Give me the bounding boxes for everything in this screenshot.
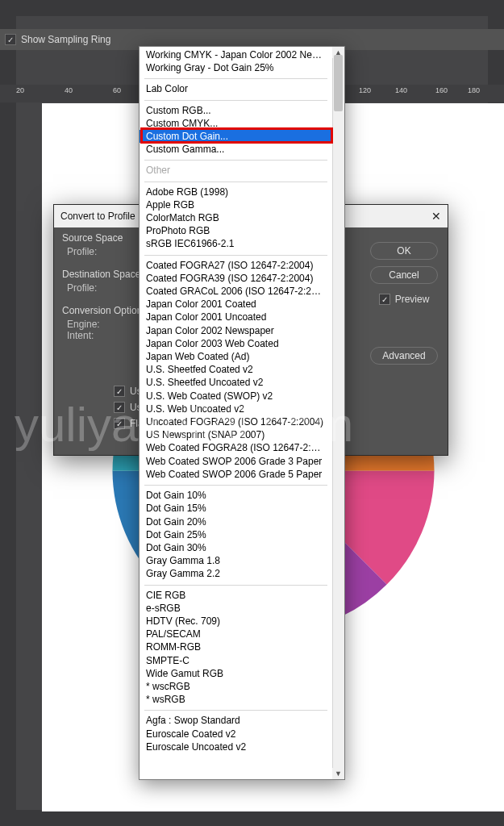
- dropdown-item[interactable]: Web Coated SWOP 2006 Grade 5 Paper: [140, 468, 332, 481]
- dropdown-separator: [140, 177, 332, 186]
- dropdown-item: Other: [140, 164, 332, 177]
- dropdown-separator: [140, 706, 332, 714]
- dropdown-item[interactable]: Coated GRACoL 2006 (ISO 12647-2:2004): [140, 285, 332, 298]
- dialog-title: Convert to Profile: [60, 211, 135, 222]
- ruler-tick: 20: [16, 86, 24, 94]
- dropdown-item[interactable]: Working CMYK - Japan Color 2002 Newspape…: [140, 48, 332, 61]
- ruler-tick: 120: [359, 86, 371, 94]
- dropdown-item[interactable]: Uncoated FOGRA29 (ISO 12647-2:2004): [140, 415, 332, 428]
- dropdown-item[interactable]: Coated FOGRA39 (ISO 12647-2:2004): [140, 272, 332, 285]
- dropdown-item[interactable]: Lab Color: [140, 82, 332, 95]
- dropdown-item[interactable]: Japan Web Coated (Ad): [140, 350, 332, 363]
- dropdown-item[interactable]: Japan Color 2001 Coated: [140, 298, 332, 311]
- advanced-button[interactable]: Advanced: [370, 347, 438, 365]
- scrollbar-thumb[interactable]: [334, 55, 343, 111]
- profile-dropdown-list[interactable]: Working CMYK - Japan Color 2002 Newspape…: [139, 46, 345, 780]
- dropdown-item[interactable]: ROMM-RGB: [140, 640, 332, 653]
- dropdown-item[interactable]: US Newsprint (SNAP 2007): [140, 428, 332, 441]
- dropdown-item[interactable]: Coated FOGRA27 (ISO 12647-2:2004): [140, 259, 332, 272]
- dropdown-item[interactable]: Dot Gain 10%: [140, 489, 332, 502]
- dropdown-item[interactable]: Japan Color 2002 Newspaper: [140, 324, 332, 337]
- ruler-tick: 60: [113, 86, 121, 94]
- dropdown-separator: [140, 581, 332, 589]
- dropdown-item[interactable]: U.S. Web Uncoated v2: [140, 403, 332, 415]
- dropdown-item[interactable]: e-sRGB: [140, 602, 332, 615]
- dropdown-separator: [140, 96, 332, 104]
- dropdown-separator: [140, 481, 332, 489]
- dropdown-item[interactable]: Custom CMYK...: [140, 117, 332, 130]
- checkbox-use-dither[interactable]: ✓: [114, 402, 125, 413]
- dropdown-item[interactable]: Dot Gain 30%: [140, 541, 332, 554]
- dropdown-item[interactable]: Euroscale Uncoated v2: [140, 740, 332, 753]
- dropdown-item[interactable]: Working Gray - Dot Gain 25%: [140, 61, 332, 74]
- dropdown-item[interactable]: CIE RGB: [140, 589, 332, 602]
- dropdown-item[interactable]: U.S. Sheetfed Uncoated v2: [140, 376, 332, 389]
- dropdown-item[interactable]: Dot Gain 15%: [140, 502, 332, 515]
- close-icon[interactable]: ✕: [431, 210, 441, 223]
- checkbox-flatten[interactable]: ✓: [114, 418, 125, 429]
- dropdown-item[interactable]: * wscRGB: [140, 680, 332, 693]
- dropdown-item[interactable]: Custom Dot Gain...: [140, 130, 332, 143]
- ruler-tick: 160: [435, 86, 448, 94]
- dropdown-separator: [140, 251, 332, 259]
- dropdown-item[interactable]: HDTV (Rec. 709): [140, 615, 332, 628]
- dropdown-item[interactable]: Agfa : Swop Standard: [140, 714, 332, 727]
- checkbox-preview[interactable]: ✓: [379, 294, 390, 305]
- checkbox-show-sampling-ring[interactable]: ✓: [5, 34, 16, 45]
- dropdown-item[interactable]: ProPhoto RGB: [140, 224, 332, 237]
- ok-button[interactable]: OK: [370, 242, 438, 260]
- dropdown-item[interactable]: SMPTE-C: [140, 654, 332, 667]
- cancel-button[interactable]: Cancel: [370, 266, 438, 284]
- dropdown-separator: [140, 156, 332, 164]
- dropdown-item[interactable]: Custom Gamma...: [140, 143, 332, 156]
- dropdown-item[interactable]: Custom RGB...: [140, 104, 332, 117]
- scrollbar-track[interactable]: ▲ ▼: [332, 47, 344, 779]
- preview-label: Preview: [395, 294, 430, 305]
- dropdown-item[interactable]: PAL/SECAM: [140, 628, 332, 640]
- dropdown-item[interactable]: Japan Color 2001 Uncoated: [140, 311, 332, 323]
- dropdown-item[interactable]: Gray Gamma 1.8: [140, 554, 332, 567]
- dropdown-separator: [140, 74, 332, 82]
- dropdown-item[interactable]: Japan Color 2003 Web Coated: [140, 337, 332, 350]
- dropdown-item[interactable]: Web Coated SWOP 2006 Grade 3 Paper: [140, 455, 332, 468]
- show-sampling-ring-label: Show Sampling Ring: [21, 34, 110, 45]
- ruler-tick: 140: [395, 86, 407, 94]
- dropdown-item[interactable]: Gray Gamma 2.2: [140, 567, 332, 580]
- dropdown-item[interactable]: Wide Gamut RGB: [140, 667, 332, 680]
- dropdown-item[interactable]: sRGB IEC61966-2.1: [140, 237, 332, 250]
- dropdown-item[interactable]: Euroscale Coated v2: [140, 728, 332, 740]
- dropdown-item[interactable]: ColorMatch RGB: [140, 211, 332, 224]
- checkbox-use-bpc[interactable]: ✓: [114, 386, 125, 397]
- dropdown-item[interactable]: U.S. Web Coated (SWOP) v2: [140, 390, 332, 403]
- dropdown-item[interactable]: Web Coated FOGRA28 (ISO 12647-2:2004): [140, 441, 332, 454]
- dropdown-item[interactable]: Adobe RGB (1998): [140, 186, 332, 198]
- ruler-tick: 180: [468, 86, 480, 94]
- dropdown-item[interactable]: Apple RGB: [140, 198, 332, 211]
- dropdown-item[interactable]: Dot Gain 20%: [140, 515, 332, 528]
- ruler-tick: 40: [65, 86, 73, 94]
- dropdown-item[interactable]: Dot Gain 25%: [140, 528, 332, 541]
- scroll-down-icon[interactable]: ▼: [332, 768, 344, 779]
- dropdown-item[interactable]: * wsRGB: [140, 693, 332, 706]
- dropdown-item[interactable]: U.S. Sheetfed Coated v2: [140, 363, 332, 376]
